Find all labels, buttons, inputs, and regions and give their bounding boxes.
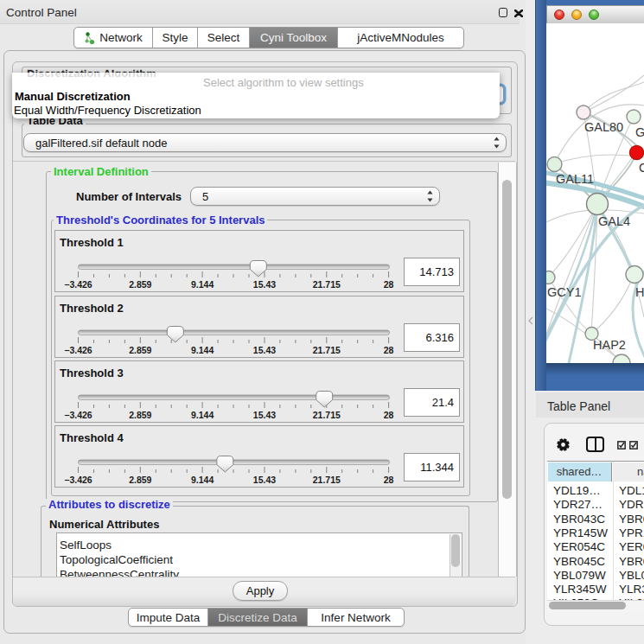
svg-text:GCY1: GCY1 — [547, 285, 582, 299]
svg-text:GAL11: GAL11 — [556, 172, 594, 186]
svg-text:HAP2: HAP2 — [593, 338, 626, 352]
svg-text:GAL80: GAL80 — [584, 120, 623, 134]
svg-text:H: H — [635, 285, 644, 299]
svg-text:GA: GA — [635, 125, 644, 139]
svg-text:GAL4: GAL4 — [598, 214, 630, 228]
svg-text:C: C — [639, 161, 644, 175]
